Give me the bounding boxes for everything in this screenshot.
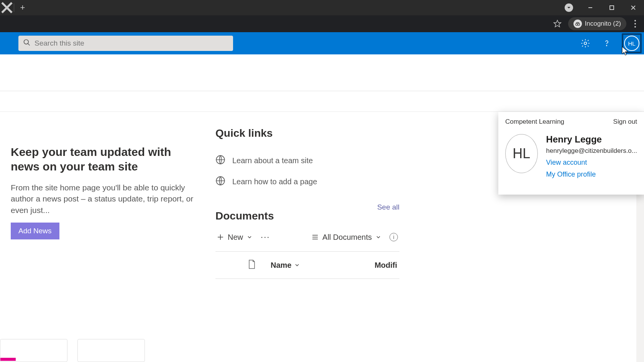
browser-toolbar: Incognito (2) xyxy=(0,15,644,32)
site-header-region xyxy=(0,54,644,91)
quick-link-item[interactable]: Learn about a team site xyxy=(215,150,399,171)
view-selector-label: All Documents xyxy=(322,233,372,242)
tab-close-button[interactable] xyxy=(0,0,14,15)
browser-menu-button[interactable] xyxy=(632,20,639,28)
account-avatar-large: HL xyxy=(505,134,538,173)
right-column: Quick links Learn about a team site Lear… xyxy=(215,127,399,362)
downloads-icon[interactable] xyxy=(563,2,575,14)
site-nav-region xyxy=(0,91,644,112)
window-maximize-button[interactable] xyxy=(606,2,618,14)
news-section: Keep your team updated with news on your… xyxy=(11,127,199,362)
documents-heading: Documents xyxy=(215,210,274,222)
sharepoint-header: HL xyxy=(0,32,644,54)
documents-table-header: Name Modifi xyxy=(215,251,399,279)
svg-point-3 xyxy=(24,40,29,44)
column-header-modified[interactable]: Modifi xyxy=(375,261,397,270)
quick-link-label: Learn how to add a page xyxy=(232,177,317,186)
search-input[interactable] xyxy=(34,39,228,48)
account-avatar-button[interactable]: HL xyxy=(622,33,642,53)
tenant-name: Competent Learning xyxy=(505,118,564,126)
quick-link-item[interactable]: Learn how to add a page xyxy=(215,171,399,192)
list-icon xyxy=(312,234,319,240)
office-profile-link[interactable]: My Office profile xyxy=(546,170,637,179)
chevron-down-icon xyxy=(294,262,300,268)
svg-point-1 xyxy=(575,23,577,25)
svg-point-5 xyxy=(606,45,607,46)
view-account-link[interactable]: View account xyxy=(546,159,637,167)
window-close-button[interactable] xyxy=(627,2,639,14)
file-type-column-icon[interactable] xyxy=(248,259,256,271)
chevron-down-icon xyxy=(376,234,381,240)
new-tab-button[interactable]: + xyxy=(14,0,31,15)
documents-new-button[interactable]: New xyxy=(217,233,252,242)
sign-out-link[interactable]: Sign out xyxy=(613,118,637,126)
add-news-button[interactable]: Add News xyxy=(11,223,59,239)
svg-point-2 xyxy=(578,23,580,25)
news-card[interactable] xyxy=(77,339,145,362)
news-card[interactable] xyxy=(0,339,67,362)
incognito-icon xyxy=(573,20,582,28)
documents-toolbar: New ··· All Documents i xyxy=(215,232,399,242)
quick-links-heading: Quick links xyxy=(215,127,399,139)
incognito-badge[interactable]: Incognito (2) xyxy=(568,17,627,30)
globe-icon xyxy=(215,176,225,188)
documents-see-all-link[interactable]: See all xyxy=(377,203,399,211)
search-icon xyxy=(23,39,31,48)
help-icon[interactable] xyxy=(600,37,613,50)
bookmark-star-icon[interactable] xyxy=(552,18,563,29)
account-name: Henry Legge xyxy=(546,134,637,145)
window-minimize-button[interactable] xyxy=(584,2,596,14)
svg-point-4 xyxy=(584,42,587,45)
browser-tab-strip: + xyxy=(0,0,644,15)
news-cards-row xyxy=(0,339,145,362)
avatar-initials: HL xyxy=(624,36,639,51)
quick-link-label: Learn about a team site xyxy=(232,156,313,165)
documents-view-selector[interactable]: All Documents xyxy=(312,233,381,242)
account-flyout: Competent Learning Sign out HL Henry Leg… xyxy=(498,112,644,195)
page-content: Keep your team updated with news on your… xyxy=(0,112,644,362)
site-search[interactable] xyxy=(18,36,233,51)
column-header-name[interactable]: Name xyxy=(271,261,300,270)
svg-rect-0 xyxy=(610,6,614,10)
account-email: henrylegge@citizenbuilders.o... xyxy=(546,147,637,155)
news-description: From the site home page you'll be able t… xyxy=(11,182,199,216)
new-button-label: New xyxy=(228,233,243,242)
chevron-down-icon xyxy=(247,234,252,240)
news-heading: Keep your team updated with news on your… xyxy=(11,145,199,174)
documents-more-button[interactable]: ··· xyxy=(261,232,270,242)
incognito-label: Incognito (2) xyxy=(585,20,621,28)
globe-icon xyxy=(215,155,225,167)
settings-gear-icon[interactable] xyxy=(579,37,592,50)
documents-info-button[interactable]: i xyxy=(389,233,398,241)
